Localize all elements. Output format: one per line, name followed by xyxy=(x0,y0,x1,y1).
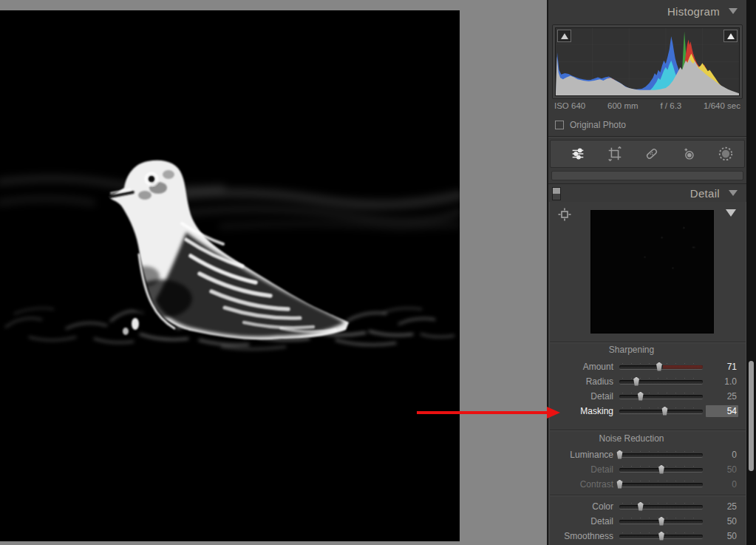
slider-thumb[interactable] xyxy=(615,450,624,459)
iso-value: ISO 640 xyxy=(554,101,585,110)
slider-label: Amount xyxy=(554,362,613,372)
slider-track[interactable] xyxy=(619,483,703,487)
slider-label: Contrast xyxy=(554,479,613,490)
sharpen-preview-thumbnail[interactable] xyxy=(590,210,714,334)
slider-row-radius: Radius1.0 xyxy=(550,374,746,389)
section-divider xyxy=(550,495,746,496)
detail-title: Detail xyxy=(690,187,720,200)
slider-label: Detail xyxy=(554,516,613,527)
highlight-clipping-button[interactable] xyxy=(723,30,738,42)
slider-label: Smoothness xyxy=(554,531,613,541)
slider-value[interactable]: 71 xyxy=(706,361,738,373)
histogram-panel-header[interactable]: Histogram xyxy=(548,0,746,22)
slider-label: Detail xyxy=(554,464,613,475)
section-divider xyxy=(550,342,746,343)
crop-straighten-icon[interactable] xyxy=(605,144,624,163)
highlight-clipping-triangle-icon xyxy=(727,33,735,39)
sharpening-section-title: Sharpening xyxy=(550,345,746,355)
healing-brush-icon[interactable] xyxy=(642,144,661,163)
slider-thumb[interactable] xyxy=(615,480,624,489)
slider-label: Radius xyxy=(554,376,613,387)
slider-row-amount: Amount71 xyxy=(550,359,746,374)
slider-track[interactable] xyxy=(619,380,703,384)
preview-disclosure-triangle-icon[interactable] xyxy=(726,209,736,217)
slider-row-color: Color25 xyxy=(550,499,746,514)
slider-row-detail: Detail50 xyxy=(550,462,746,477)
slider-label: Detail xyxy=(554,391,613,402)
slider-thumb[interactable] xyxy=(660,407,670,416)
slider-value[interactable]: 50 xyxy=(706,515,738,527)
slider-value[interactable]: 0 xyxy=(706,449,738,461)
slider-thumb[interactable] xyxy=(636,392,645,401)
slider-row-luminance: Luminance0 xyxy=(550,447,746,462)
sharpening-sliders: Amount71Radius1.0Detail25Masking54 xyxy=(550,359,746,419)
masking-icon[interactable] xyxy=(716,144,735,163)
slider-track[interactable] xyxy=(619,520,703,524)
mask-preview-image xyxy=(0,10,460,541)
slider-row-masking: Masking54 xyxy=(550,404,746,419)
slider-value[interactable]: 1.0 xyxy=(706,376,738,387)
histogram-title: Histogram xyxy=(667,5,720,18)
slider-track[interactable] xyxy=(619,453,703,457)
noise-reduction-luminance-sliders: Luminance0Detail50Contrast0 xyxy=(550,447,746,492)
panel-scrollbar-thumb[interactable] xyxy=(749,361,754,471)
slider-track[interactable] xyxy=(619,410,703,413)
sharpen-preview-zone xyxy=(550,202,746,341)
slider-track[interactable] xyxy=(619,365,703,369)
slider-value[interactable]: 25 xyxy=(706,390,738,402)
slider-label: Color xyxy=(554,501,613,512)
slider-thumb[interactable] xyxy=(654,362,664,371)
collapse-triangle-icon[interactable] xyxy=(729,190,738,196)
panel-divider xyxy=(548,136,746,138)
preview-target-icon[interactable] xyxy=(558,208,571,221)
slider-row-detail: Detail25 xyxy=(550,389,746,404)
slider-value[interactable]: 25 xyxy=(706,501,738,512)
slider-track[interactable] xyxy=(619,468,703,472)
original-photo-checkbox[interactable] xyxy=(555,121,564,129)
shadow-clipping-button[interactable] xyxy=(557,30,571,42)
original-photo-row: Original Photo xyxy=(555,118,626,132)
slider-value[interactable]: 54 xyxy=(706,405,738,417)
original-photo-label: Original Photo xyxy=(570,120,626,130)
slider-track[interactable] xyxy=(619,535,703,538)
red-eye-icon[interactable] xyxy=(679,144,698,163)
slider-thumb[interactable] xyxy=(657,532,667,541)
slider-value[interactable]: 50 xyxy=(706,530,738,542)
section-divider xyxy=(550,430,746,431)
detail-panel-content: Sharpening Amount71Radius1.0Detail25Mask… xyxy=(549,202,746,545)
slider-thumb[interactable] xyxy=(632,377,641,386)
noise-reduction-color-sliders: Color25Detail50Smoothness50 xyxy=(550,499,746,544)
tool-options-collapsed-bar[interactable] xyxy=(551,171,743,180)
shutter-value: 1/640 sec xyxy=(704,101,740,110)
image-canvas[interactable] xyxy=(0,10,460,541)
slider-value[interactable]: 0 xyxy=(706,478,738,490)
edit-sliders-icon[interactable] xyxy=(568,144,588,163)
slider-thumb[interactable] xyxy=(657,517,667,526)
slider-track[interactable] xyxy=(619,505,703,509)
slider-thumb[interactable] xyxy=(636,502,645,511)
slider-row-contrast: Contrast0 xyxy=(550,477,746,492)
lightroom-develop-screen: Histogram ISO 640 600 mm f / 6.3 1/640 s… xyxy=(0,0,756,545)
detail-panel-header[interactable]: Detail xyxy=(548,183,746,202)
noise-reduction-section-title: Noise Reduction xyxy=(550,433,746,444)
shadow-clipping-triangle-icon xyxy=(561,33,568,39)
histogram-plot[interactable] xyxy=(555,27,740,96)
histogram-chart xyxy=(556,28,739,95)
focal-length-value: 600 mm xyxy=(607,101,638,110)
histogram-box xyxy=(552,24,743,99)
slider-thumb[interactable] xyxy=(657,465,667,474)
panel-toggle-switch-icon[interactable] xyxy=(552,187,561,200)
slider-row-detail: Detail50 xyxy=(550,514,746,529)
right-panel-rail: Histogram ISO 640 600 mm f / 6.3 1/640 s… xyxy=(547,0,746,545)
slider-track[interactable] xyxy=(619,395,703,399)
collapse-triangle-icon[interactable] xyxy=(729,8,738,14)
slider-label: Luminance xyxy=(554,450,613,460)
slider-row-smoothness: Smoothness50 xyxy=(550,529,746,544)
tool-strip xyxy=(550,140,745,168)
exif-meta-row: ISO 640 600 mm f / 6.3 1/640 sec xyxy=(554,101,740,110)
aperture-value: f / 6.3 xyxy=(660,101,681,110)
slider-label: Masking xyxy=(554,406,613,416)
panel-scrollbar-track[interactable] xyxy=(746,0,756,545)
slider-value[interactable]: 50 xyxy=(706,464,738,475)
